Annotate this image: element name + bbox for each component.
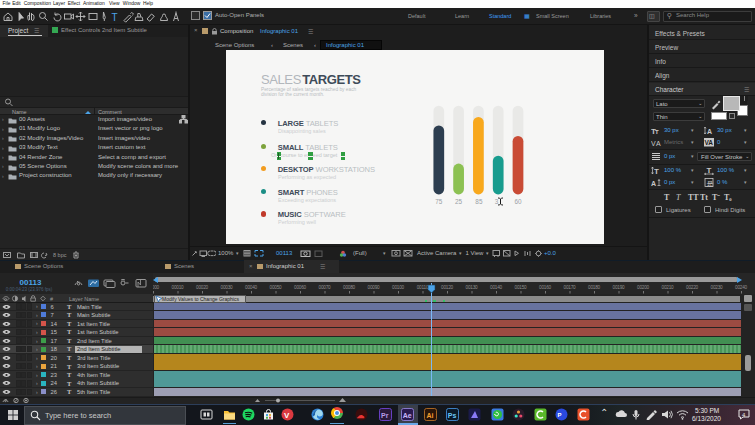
svg-text:00080: 00080	[343, 285, 356, 290]
svg-text:VA: VA	[705, 139, 714, 146]
svg-text:00180: 00180	[588, 285, 601, 290]
svg-text:00190: 00190	[612, 285, 625, 290]
svg-text:Pr: Pr	[381, 411, 389, 418]
svg-text:00070: 00070	[318, 285, 331, 290]
svg-text:00130: 00130	[465, 285, 478, 290]
svg-text:00060: 00060	[294, 285, 307, 290]
svg-text:00150: 00150	[514, 285, 527, 290]
svg-text:00200: 00200	[637, 285, 650, 290]
svg-text:00210: 00210	[661, 285, 674, 290]
svg-text:#: #	[50, 296, 54, 302]
svg-text:00240: 00240	[735, 285, 748, 290]
svg-text:T: T	[655, 129, 659, 135]
svg-text:P: P	[557, 412, 561, 418]
svg-text:00120: 00120	[441, 285, 454, 290]
svg-text:00170: 00170	[563, 285, 576, 290]
svg-text:Ai: Ai	[426, 411, 433, 418]
svg-text:Ps: Ps	[448, 411, 457, 418]
svg-text:00010: 00010	[171, 285, 184, 290]
svg-text:00220: 00220	[686, 285, 699, 290]
svg-text:V: V	[284, 410, 290, 419]
svg-text:A: A	[707, 128, 712, 135]
svg-text:☁: ☁	[356, 410, 364, 419]
svg-text:00020: 00020	[196, 285, 209, 290]
svg-text:是: 是	[707, 180, 714, 188]
svg-text:00030: 00030	[220, 285, 233, 290]
svg-text:00100: 00100	[392, 285, 405, 290]
svg-text:T: T	[707, 166, 712, 175]
svg-text:A: A	[656, 140, 661, 147]
svg-text:T: T	[112, 12, 118, 23]
svg-text:00090: 00090	[367, 285, 380, 290]
svg-text:00040: 00040	[245, 285, 258, 290]
svg-text:00000: 00000	[153, 285, 160, 290]
svg-text:Ae: Ae	[403, 411, 412, 418]
svg-text:00230: 00230	[710, 285, 723, 290]
svg-text:A: A	[651, 180, 656, 187]
svg-text:T: T	[654, 167, 659, 175]
svg-text:00140: 00140	[490, 285, 503, 290]
svg-text:00050: 00050	[269, 285, 282, 290]
svg-text:00160: 00160	[539, 285, 552, 290]
